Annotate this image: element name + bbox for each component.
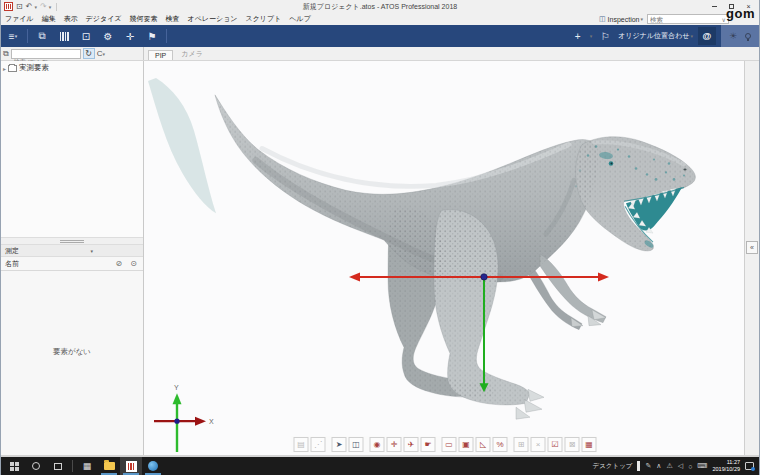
calculator-app-button[interactable]: ▦ (76, 457, 98, 475)
menu-geometry[interactable]: 幾何要素 (129, 14, 157, 24)
probe-point-icon[interactable]: ✛ (387, 437, 402, 452)
alignment-caret-icon: ▾ (690, 33, 693, 39)
expand-panel-button[interactable]: « (746, 241, 758, 254)
add-element-button[interactable]: + (570, 28, 586, 44)
filter-disable-icon[interactable]: ⊘ (116, 259, 123, 268)
origin-point (481, 274, 487, 280)
global-search-input[interactable] (650, 16, 720, 23)
calculator-icon: ▦ (83, 461, 92, 471)
original-alignment-button[interactable]: オリジナル位置合わせ ▾ (618, 31, 693, 41)
element-list-empty: 要素がない (1, 271, 143, 455)
ime-keyboard-icon[interactable]: ⌨ (697, 462, 707, 470)
remove-box-icon[interactable]: ⊠ (565, 437, 580, 452)
window-copy-icon[interactable]: ⧉ (3, 49, 9, 59)
global-search-box[interactable]: ∨ (647, 14, 729, 24)
reset-view-button[interactable]: C ▾ (97, 49, 105, 58)
visibility-eye-icon[interactable]: ⊙ (130, 259, 137, 268)
undo-button[interactable]: ↶ (26, 2, 33, 11)
menu-scripting[interactable]: スクリプト (245, 14, 281, 24)
atos-app-button[interactable] (120, 457, 142, 475)
settings-button[interactable]: ⚙ (100, 28, 116, 44)
viewport-3d[interactable]: X Y ▤⋰➤◫◉✛✈☛▭▣◺%⊞×☑⊠▦ (144, 61, 744, 455)
menu-view[interactable]: 表示 (64, 14, 78, 24)
viewport-tab-strip: PIP カメラ (144, 47, 759, 60)
reset-view-caret-icon: ▾ (103, 51, 106, 57)
menu-file[interactable]: ファイル (5, 14, 34, 24)
surface-selection-icon[interactable]: ▣ (459, 437, 474, 452)
file-explorer-button[interactable] (98, 457, 120, 475)
tray-circle-icon[interactable]: ○ (688, 463, 692, 470)
start-button[interactable] (3, 457, 25, 475)
lightbulb-icon[interactable] (745, 33, 751, 39)
menu-digitize[interactable]: デジタイズ (86, 14, 122, 24)
speaker-icon[interactable]: ◁ (678, 462, 683, 470)
triad-y-label: Y (174, 384, 179, 391)
network-status-icon[interactable]: ⚠ (666, 462, 672, 470)
main-toolbar: ≡ ▾ ⧉ ⊡ ⚙ ✛ ⚑ + ▾ ⚐ オリジナル位置合わせ ▾ @ ☀ (1, 25, 759, 47)
pen-tray-icon[interactable]: ✎ (645, 462, 651, 470)
panel-splitter[interactable] (1, 237, 143, 245)
expander-icon[interactable]: ▸ (3, 65, 6, 72)
taskbar-separator (72, 460, 73, 472)
image-snapshot-icon[interactable]: ▤ (294, 437, 309, 452)
toolbar-separator (27, 29, 28, 43)
explorer-search-box[interactable] (11, 49, 81, 59)
refresh-button[interactable]: ↻ (83, 48, 95, 59)
confirm-selection-icon[interactable]: ☑ (548, 437, 563, 452)
desktop-toolbar-label[interactable]: デスクトップ (593, 462, 633, 471)
monitor-icon[interactable]: ⊡ (16, 2, 23, 11)
toolbar-drag-handle[interactable] (637, 461, 640, 471)
main-content: ▸ 実測要素 測定 ▾ 名前 ⊘ ⊙ 要素がない (1, 61, 759, 457)
notification-center-icon[interactable] (745, 462, 754, 470)
paste-button[interactable]: ⧉ (34, 28, 50, 44)
window-title: 新規プロジェクト.atos - ATOS Professional 2018 (1, 2, 759, 12)
sensor-view-icon[interactable]: ◉ (370, 437, 385, 452)
viewport-canvas[interactable]: X Y (144, 61, 744, 455)
minimize-button[interactable] (707, 1, 722, 12)
add-element-caret-icon[interactable]: ▾ (590, 33, 593, 39)
cortana-button[interactable] (25, 457, 47, 475)
hidden-icons-chevron[interactable]: ∧ (656, 462, 661, 470)
triad-x-label: X (209, 418, 214, 425)
link-elements-icon[interactable]: % (493, 437, 508, 452)
crop-button[interactable]: ⊡ (78, 28, 94, 44)
windows-taskbar: ▦ デスクトップ ✎ ∧ ⚠ ◁ ○ ⌨ 11:27 2019/10/29 (1, 457, 759, 475)
menu-edit[interactable]: 編集 (42, 14, 56, 24)
tab-camera[interactable]: カメラ (175, 48, 209, 60)
menu-inspection[interactable]: 検査 (165, 14, 179, 24)
tree-item-actual-elements[interactable]: ▸ 実測要素 (3, 63, 141, 73)
explorer-filter-bar: ⧉ ↻ C ▾ (1, 47, 144, 60)
measurement-series-dropdown[interactable]: 測定 ▾ (1, 245, 143, 257)
measuring-line-icon[interactable]: ⋰ (311, 437, 326, 452)
redo-caret-icon[interactable]: ▾ (49, 4, 52, 10)
task-view-button[interactable] (47, 457, 69, 475)
titlebar-separator (56, 3, 57, 11)
clock-time: 11:27 (712, 459, 740, 466)
main-menu-button[interactable]: ≡ ▾ (5, 28, 21, 44)
orientation-triad: X Y (154, 384, 214, 452)
touch-select-icon[interactable]: ☛ (421, 437, 436, 452)
undo-caret-icon[interactable]: ▾ (34, 4, 37, 10)
select-cursor-icon[interactable]: ➤ (332, 437, 347, 452)
menu-operations[interactable]: オペレーション (187, 14, 237, 24)
angle-tool-icon[interactable]: ◺ (476, 437, 491, 452)
alignment-label: オリジナル位置合わせ (618, 31, 689, 41)
export-button[interactable]: ⚑ (144, 28, 160, 44)
clear-selection-icon[interactable]: × (531, 437, 546, 452)
add-point-button[interactable]: ✛ (122, 28, 138, 44)
tab-pip[interactable]: PIP (148, 50, 173, 60)
gom-logo: gom (726, 6, 755, 21)
exposure-sun-icon[interactable]: ☀ (729, 31, 737, 41)
frame-tool-icon[interactable]: ⊞ (514, 437, 529, 452)
workspace-selector[interactable]: ◫ Inspection ▾ (599, 15, 643, 23)
paint3d-app-button[interactable] (142, 457, 164, 475)
menu-help[interactable]: ヘルプ (289, 14, 311, 24)
clipping-plane-icon[interactable]: ◫ (349, 437, 364, 452)
rectangle-selection-icon[interactable]: ▭ (442, 437, 457, 452)
fly-to-view-icon[interactable]: ✈ (404, 437, 419, 452)
redo-button[interactable]: ↷ (40, 2, 47, 11)
sensor-button[interactable]: @ (698, 27, 716, 45)
histogram-button[interactable] (56, 28, 72, 44)
transform-grid-icon[interactable]: ▦ (582, 437, 597, 452)
taskbar-clock[interactable]: 11:27 2019/10/29 (712, 459, 740, 472)
